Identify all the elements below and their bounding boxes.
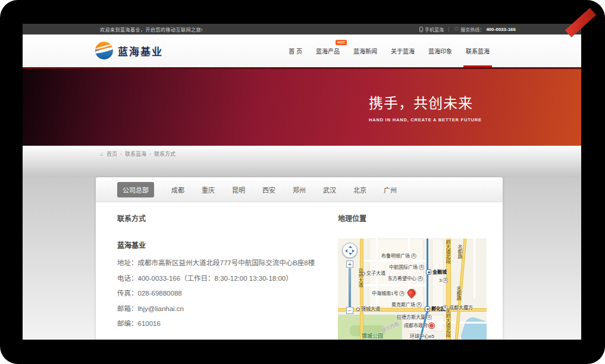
- poi-a-icon: A: [416, 302, 422, 307]
- map-poi-label: 锦城大道: [356, 307, 380, 312]
- map-poi-label: 环球中心e5: [410, 334, 434, 339]
- map-metro-line: [427, 239, 428, 313]
- map-poi-label: 奥克斯广场A: [391, 302, 422, 307]
- tab-zhengzhou[interactable]: 郑州: [293, 185, 306, 194]
- map-poi-label: 3A: [439, 278, 448, 283]
- tab-guangzhou[interactable]: 广州: [384, 185, 397, 194]
- topbar-divider: [449, 27, 449, 32]
- map-poi-label: 中航国际广场A: [389, 265, 424, 270]
- breadcrumb-home[interactable]: 首页: [106, 150, 117, 158]
- hot-badge: HOT: [336, 40, 347, 45]
- banner-title: 携手，共创未来: [369, 92, 482, 112]
- poi-a-icon: A: [419, 265, 424, 270]
- nav-item-about[interactable]: 关于蓝海: [391, 34, 415, 67]
- metro-station-icon: [425, 306, 430, 312]
- map-poi-label: 名都路: [456, 286, 460, 300]
- map-poi-label: 拉德方斯大厦A: [397, 315, 432, 320]
- tab-wuhan[interactable]: 武汉: [323, 185, 336, 194]
- contact-section: 联系方式 蓝海基业 地址：成都市高新区益州大道北段777号中航国际交流中心B座8…: [117, 213, 343, 334]
- contact-phone: 电话：400-0033-166（工作日：8:30-12:00 13:30-18:…: [117, 273, 343, 283]
- mobile-phone-icon: [419, 27, 423, 32]
- metro-station-icon: [426, 269, 431, 275]
- main-navbar: 蓝海基业 首 页 蓝海产品HOT 蓝海新闻 关于蓝海 蓝海印象 联系蓝海: [23, 34, 581, 67]
- content-card: 公司总部 成都 重庆 昆明 西安 郑州 武汉 北京 广州 联系方式 蓝海基业 地…: [96, 177, 503, 340]
- map-poi-label: 天府大道北段: [445, 309, 450, 337]
- logo-icon: [95, 42, 113, 59]
- map-road-yizhou: [360, 239, 363, 340]
- hotline-number: 400-0033-166: [486, 27, 516, 32]
- breadcrumb-current: 联系方式: [154, 150, 175, 158]
- pan-up-icon[interactable]: [349, 246, 352, 248]
- brand-name: 蓝海基业: [118, 43, 163, 58]
- tab-kunming[interactable]: 昆明: [232, 185, 245, 194]
- poi-a-icon: A: [443, 278, 448, 283]
- zoom-in-button[interactable]: +: [346, 261, 353, 268]
- poi-a-icon: A: [411, 253, 416, 259]
- map-pan-control[interactable]: [342, 243, 358, 258]
- map-poi-label: 东方希望中心A: [388, 276, 423, 281]
- tab-chengdu[interactable]: 成都: [171, 185, 184, 194]
- pan-left-icon[interactable]: [345, 249, 347, 253]
- heart-icon: ♡: [454, 27, 459, 32]
- map-poi-label: 锦城公园: [362, 334, 383, 339]
- location-section: 地理位置: [338, 213, 487, 340]
- map-poi-label: 益州大道: [358, 268, 362, 287]
- nav-item-products[interactable]: 蓝海产品HOT: [316, 34, 340, 67]
- map-poi-label: 布鲁明顿广场A: [381, 253, 416, 259]
- poi-a-icon: A: [418, 276, 423, 281]
- map-poi-label: 金融城: [426, 269, 447, 275]
- contact-address: 地址：成都市高新区益州大道北段777号中航国际交流中心B座8楼: [117, 258, 343, 267]
- map-canvas[interactable]: + − 布鲁明顿广场A中航国际广场A东方希望中心A交子大道金融城3A中海城南1号…: [338, 239, 487, 340]
- map-water-area: [459, 315, 487, 340]
- zoom-out-button[interactable]: −: [346, 307, 353, 314]
- map-road: [408, 239, 410, 309]
- tab-headquarters[interactable]: 公司总部: [117, 182, 154, 197]
- nav-item-contact[interactable]: 联系蓝海: [466, 34, 490, 67]
- map-poi-label: 府大道北段: [445, 240, 450, 263]
- city-tabs: 公司总部 成都 重庆 昆明 西安 郑州 武汉 北京 广州: [96, 177, 503, 202]
- company-name: 蓝海基业: [117, 240, 343, 250]
- zoom-slider[interactable]: [349, 268, 351, 307]
- pan-right-icon[interactable]: [352, 249, 355, 253]
- breadcrumb-contact[interactable]: 联系蓝海: [125, 150, 146, 158]
- home-icon: ⌂: [100, 150, 104, 157]
- location-title: 地理位置: [338, 213, 487, 223]
- contact-zipcode: 邮编：610016: [117, 318, 343, 328]
- government-icon: [429, 323, 434, 328]
- banner-subtitle: HAND IN HAND, CREATE A BETTER FUTURE: [369, 117, 482, 123]
- contact-title: 联系方式: [117, 213, 343, 223]
- tab-xian[interactable]: 西安: [262, 185, 275, 194]
- browser-page: 欢迎来到蓝海基业，开启您的移动互联网之旅! 手机蓝海 ♡ 服务热线： 400-0…: [23, 24, 581, 340]
- welcome-text: 欢迎来到蓝海基业，开启您的移动互联网之旅!: [100, 26, 203, 33]
- device-frame: 欢迎来到蓝海基业，开启您的移动互联网之旅! 手机蓝海 ♡ 服务热线： 400-0…: [0, 0, 605, 364]
- contact-fax: 传真：028-69880088: [117, 288, 343, 297]
- map-poi-label: 交子大道: [362, 271, 385, 276]
- mobile-site-link[interactable]: 手机蓝海: [419, 26, 444, 33]
- nav-menu: 首 页 蓝海产品HOT 蓝海新闻 关于蓝海 蓝海印象 联系蓝海: [289, 34, 490, 67]
- breadcrumb: ⌂ 首页 › 联系蓝海 › 联系方式: [100, 150, 175, 158]
- brand-logo[interactable]: 蓝海基业: [95, 42, 163, 59]
- hero-banner: 携手，共创未来 HAND IN HAND, CREATE A BETTER FU…: [23, 67, 581, 146]
- breadcrumb-band: ⌂ 首页 › 联系蓝海 › 联系方式: [23, 146, 581, 177]
- nav-item-impression[interactable]: 蓝海印象: [428, 34, 452, 67]
- map-poi-label: 成都市政府: [404, 323, 434, 328]
- tab-chongqing[interactable]: 重庆: [202, 185, 215, 194]
- poi-a-icon: A: [427, 315, 432, 320]
- contact-email: 邮箱：lhjy@lianhai.cn: [117, 303, 343, 313]
- nav-item-home[interactable]: 首 页: [289, 34, 302, 67]
- tab-beijing[interactable]: 北京: [353, 185, 366, 194]
- map-road: [474, 239, 475, 298]
- map-road: [362, 284, 427, 286]
- bus-stop-icon: [356, 307, 360, 311]
- service-hotline: ♡ 服务热线： 400-0033-166: [454, 26, 516, 33]
- poi-a-icon: A: [399, 291, 405, 296]
- nav-item-news[interactable]: 蓝海新闻: [353, 34, 377, 67]
- map-road: [362, 260, 427, 262]
- utility-bar: 欢迎来到蓝海基业，开启您的移动互联网之旅! 手机蓝海 ♡ 服务热线： 400-0…: [23, 24, 581, 34]
- map-poi-label: 名都路: [457, 244, 462, 259]
- map-poi-label: 中海城南1号A: [372, 291, 405, 296]
- pan-down-icon[interactable]: [349, 253, 352, 255]
